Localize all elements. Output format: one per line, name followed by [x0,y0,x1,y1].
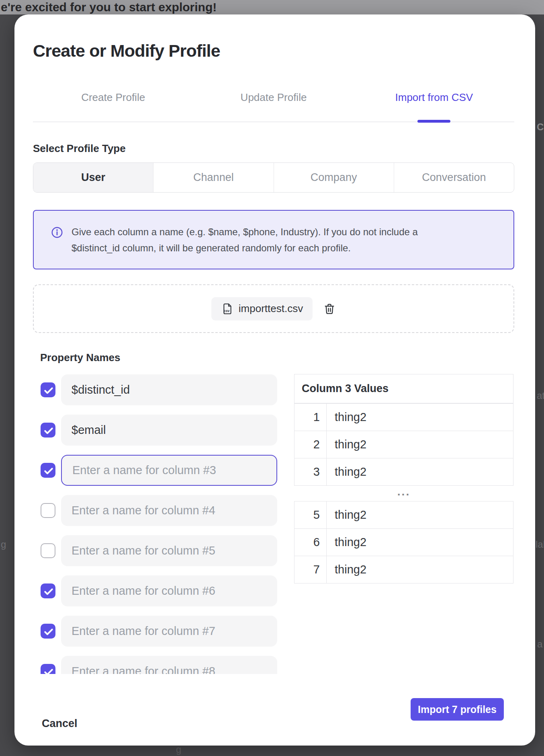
page-title: Create or Modify Profile [33,41,220,61]
column-4-checkbox[interactable] [41,503,55,518]
background-text-fragment: Col [537,121,544,133]
property-row: $email [33,415,290,446]
create-or-modify-profile-modal: Create or Modify Profile Create Profile … [14,14,535,746]
column-1-checkbox[interactable] [41,382,55,397]
table-row: 1 thing2 [294,404,513,431]
property-row: Enter a name for column #4 [33,495,290,526]
property-row: Enter a name for column #5 [33,535,290,566]
column-4-name-input[interactable]: Enter a name for column #4 [61,495,277,526]
background-text-fragment: lab [536,539,544,550]
row-value-cell: thing2 [327,404,513,431]
property-row: Enter a name for column #6 [33,575,290,606]
column-5-name-input[interactable]: Enter a name for column #5 [61,535,277,566]
row-value-cell: thing2 [327,431,513,458]
profile-type-company[interactable]: Company [274,163,394,192]
tab-import-from-csv[interactable]: Import from CSV [354,88,514,107]
property-names-list: $distinct_id $email Enter a name for col… [33,374,290,674]
import-profiles-button[interactable]: Import 7 profiles [411,698,504,721]
column-2-checkbox[interactable] [41,423,55,438]
modal-tabs: Create Profile Update Profile Import fro… [33,88,514,107]
row-number-cell: 6 [294,529,327,556]
column-3-name-input[interactable]: Enter a name for column #3 [61,455,277,486]
info-icon [51,226,63,239]
property-row: $distinct_id [33,374,290,405]
property-names-heading: Property Names [40,351,120,364]
table-row: 7 thing2 [294,556,513,583]
column-1-name-input[interactable]: $distinct_id [61,374,277,405]
background-text-fragment: g [176,744,181,755]
uploaded-file-name: importtest.csv [239,302,303,315]
svg-text:csv: csv [224,309,229,313]
row-value-cell: thing2 [327,501,513,529]
row-value-cell: thing2 [327,458,513,486]
column-6-checkbox[interactable] [41,583,55,598]
row-value-cell: thing2 [327,529,513,556]
profile-type-channel[interactable]: Channel [153,163,273,192]
preview-table-bottom: 5 thing2 6 thing2 7 thing2 [294,501,513,583]
preview-table-header: Column 3 Values [294,374,513,403]
trash-icon[interactable] [323,302,336,315]
property-row: Enter a name for column #7 [33,616,290,647]
profile-type-segmented-control: User Channel Company Conversation [33,162,514,193]
profile-type-conversation[interactable]: Conversation [394,163,514,192]
column-8-checkbox[interactable] [41,664,55,674]
column-2-name-input[interactable]: $email [61,415,277,446]
row-number-cell: 7 [294,556,327,583]
select-profile-type-label: Select Profile Type [33,142,126,155]
table-row: 2 thing2 [294,431,513,458]
background-text-fragment: ata [537,390,544,401]
rows-ellipsis: ... [294,486,513,501]
background-page-strip: e're excited for you to start exploring! [0,0,544,14]
cancel-button[interactable]: Cancel [42,717,78,730]
column-8-name-input[interactable]: Enter a name for column #8 [61,656,277,674]
info-banner-line-1: Give each column a name (e.g. $name, $ph… [72,224,418,240]
column-6-name-input[interactable]: Enter a name for column #6 [61,575,277,606]
tab-create-profile[interactable]: Create Profile [33,88,193,107]
preview-table-top: 1 thing2 2 thing2 3 thing2 [294,403,513,486]
info-banner-line-2: $distinct_id column, it will be generate… [72,240,418,256]
row-value-cell: thing2 [327,556,513,583]
tab-update-profile[interactable]: Update Profile [193,88,354,107]
table-row: 5 thing2 [294,501,513,529]
table-row: 3 thing2 [294,458,513,486]
row-number-cell: 1 [294,404,327,431]
csv-dropzone[interactable]: csv importtest.csv [33,284,514,333]
row-number-cell: 5 [294,501,327,529]
column-5-checkbox[interactable] [41,543,55,558]
column-7-checkbox[interactable] [41,624,55,639]
info-banner: Give each column a name (e.g. $name, $ph… [33,210,514,269]
active-tab-indicator [417,120,450,123]
background-text-fragment: e're excited for you to start exploring! [1,0,217,14]
column-3-checkbox[interactable] [41,463,55,478]
profile-type-user[interactable]: User [33,163,153,192]
background-text-fragment: a [537,639,542,650]
table-row: 6 thing2 [294,529,513,556]
info-banner-text: Give each column a name (e.g. $name, $ph… [72,224,418,256]
background-text-fragment: g [1,539,6,550]
row-number-cell: 3 [294,458,327,486]
column-7-name-input[interactable]: Enter a name for column #7 [61,616,277,647]
property-row: Enter a name for column #8 [33,656,290,674]
csv-file-icon: csv [221,302,234,315]
property-row: Enter a name for column #3 [33,455,290,486]
column-values-preview: Column 3 Values 1 thing2 2 thing2 3 thin… [294,374,513,583]
row-number-cell: 2 [294,431,327,458]
uploaded-file-chip[interactable]: csv importtest.csv [211,297,313,320]
